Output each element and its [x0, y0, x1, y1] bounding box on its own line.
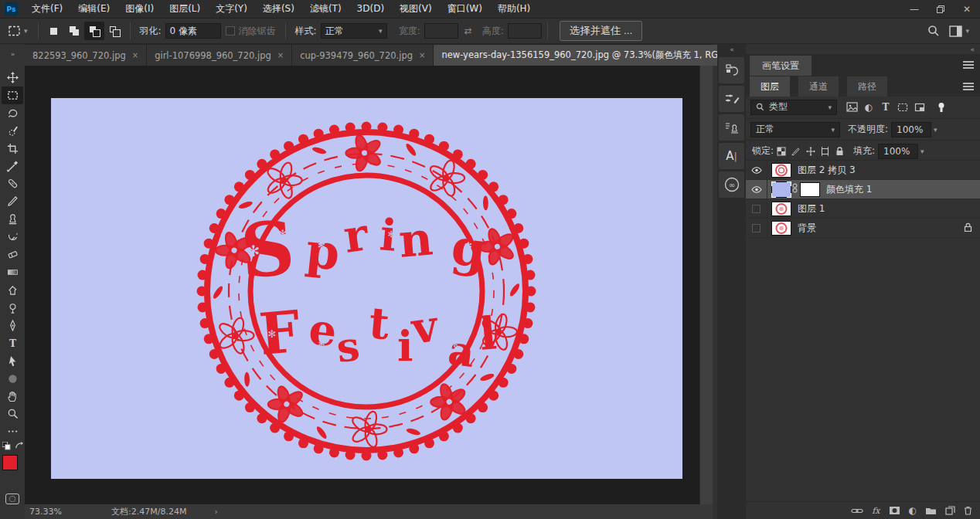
menu-help[interactable]: 帮助(H): [490, 0, 538, 18]
type-tool[interactable]: T: [2, 334, 23, 352]
layer-filter-select[interactable]: 类型 ▾: [750, 100, 837, 115]
blend-mode-select[interactable]: 正常 ▾: [750, 122, 840, 137]
document-tab[interactable]: cup-939479_960_720.jpg×: [292, 45, 434, 66]
document-tab[interactable]: 822593_960_720.jpg×: [25, 45, 147, 66]
hand-tool[interactable]: [2, 388, 23, 405]
panel-menu-icon[interactable]: [963, 61, 974, 69]
lock-position-icon[interactable]: [803, 144, 818, 158]
filter-smart-objects-icon[interactable]: [911, 100, 928, 114]
document-scrollbar[interactable]: [699, 66, 713, 504]
feather-input[interactable]: [165, 23, 221, 39]
intersect-selection-button[interactable]: [104, 22, 124, 40]
new-selection-button[interactable]: [44, 22, 64, 40]
quick-selection-tool[interactable]: [2, 122, 23, 140]
filter-adjustment-layers-icon[interactable]: ◐: [860, 100, 877, 114]
layer-thumbnail[interactable]: [771, 163, 791, 178]
fill-select[interactable]: 100%: [878, 144, 918, 159]
layer-thumbnail[interactable]: [771, 221, 791, 236]
clone-source-panel-button[interactable]: [719, 114, 744, 141]
opacity-select[interactable]: 100%: [891, 122, 931, 137]
lock-image-pixels-icon[interactable]: [788, 144, 803, 158]
visibility-toggle[interactable]: [746, 219, 767, 238]
zoom-level-field[interactable]: [25, 507, 65, 517]
menu-window[interactable]: 窗口(W): [440, 0, 490, 18]
layer-name[interactable]: 背景: [798, 222, 816, 235]
delete-layer-icon[interactable]: [964, 506, 972, 515]
menu-layer[interactable]: 图层(L): [162, 0, 208, 18]
move-tool[interactable]: [2, 69, 23, 86]
visibility-toggle[interactable]: [746, 161, 767, 180]
crop-tool[interactable]: [2, 140, 23, 158]
visibility-toggle[interactable]: [746, 180, 767, 199]
add-to-selection-button[interactable]: [64, 22, 84, 40]
brush-settings-tab[interactable]: 画笔设置: [750, 56, 812, 76]
layer-name[interactable]: 图层 1: [798, 202, 825, 215]
layer-thumbnail[interactable]: [771, 202, 791, 216]
eyedropper-tool[interactable]: [2, 158, 23, 175]
tab-layers[interactable]: 图层: [750, 76, 790, 97]
subtract-from-selection-button[interactable]: [84, 22, 104, 40]
swap-colors-icon[interactable]: [15, 442, 23, 450]
layer-style-icon[interactable]: fx: [872, 506, 880, 516]
menu-filter[interactable]: 滤镜(T): [302, 0, 349, 18]
restore-button[interactable]: [927, 0, 954, 18]
layer-name[interactable]: 颜色填充 1: [826, 183, 872, 196]
filter-toggle-pin[interactable]: [933, 100, 950, 114]
status-options-chevron[interactable]: ›: [214, 507, 217, 517]
layer-row[interactable]: 图层 2 拷贝 3: [746, 161, 980, 180]
brush-tool[interactable]: [2, 192, 23, 210]
dock-collapse-chevrons[interactable]: «: [730, 44, 733, 55]
menu-select[interactable]: 选择(S): [255, 0, 302, 18]
filter-type-layers-icon[interactable]: T: [877, 100, 894, 114]
color-fill-thumbnail[interactable]: [772, 182, 791, 197]
ellipse-shape-tool[interactable]: [2, 370, 23, 388]
layer-row[interactable]: 背景: [746, 219, 980, 238]
quick-mask-button[interactable]: [5, 494, 19, 504]
menu-edit[interactable]: 编辑(E): [70, 0, 117, 18]
visibility-toggle[interactable]: [746, 199, 767, 219]
close-icon[interactable]: ×: [277, 51, 284, 59]
lock-artboard-icon[interactable]: [818, 144, 832, 158]
minimize-button[interactable]: —: [901, 0, 927, 18]
history-panel-button[interactable]: [719, 57, 744, 83]
layer-row[interactable]: 图层 1: [746, 199, 980, 219]
add-mask-icon[interactable]: [889, 506, 900, 515]
history-brush-tool[interactable]: [2, 228, 23, 246]
layer-mask-thumbnail[interactable]: [800, 182, 820, 197]
smudge-tool[interactable]: [2, 281, 23, 299]
lock-transparent-pixels-icon[interactable]: [774, 144, 788, 158]
eraser-tool[interactable]: [2, 246, 23, 263]
foreground-color-swatch[interactable]: [2, 455, 18, 470]
canvas[interactable]: Spring Festival ✻✻✻✻✻✻✻✻: [51, 98, 682, 479]
menu-type[interactable]: 文字(Y): [208, 0, 255, 18]
chevron-down-icon[interactable]: ▾: [934, 126, 937, 134]
lasso-tool[interactable]: [2, 104, 23, 122]
link-layers-icon[interactable]: [851, 507, 863, 514]
layer-name[interactable]: 图层 2 拷贝 3: [798, 164, 856, 177]
swap-dimensions-icon[interactable]: ⇄: [464, 25, 472, 36]
layer-row-selected[interactable]: 颜色填充 1: [746, 180, 980, 199]
filter-shape-layers-icon[interactable]: [894, 100, 911, 114]
chevron-down-icon[interactable]: ▾: [920, 148, 924, 155]
brush-settings-panel-button[interactable]: [719, 86, 744, 112]
new-layer-icon[interactable]: [945, 506, 955, 515]
style-select[interactable]: 正常 ▾: [321, 23, 387, 39]
close-button[interactable]: ✕: [954, 0, 980, 18]
toolbar-collapse-chevrons[interactable]: »: [0, 44, 25, 66]
creative-cloud-button[interactable]: ∞: [719, 171, 744, 198]
panel-collapse-chevrons[interactable]: «: [970, 46, 974, 53]
path-selection-tool[interactable]: [2, 352, 23, 370]
workspace-switcher[interactable]: ▾: [949, 25, 969, 37]
document-tab[interactable]: girl-1076998_960_720.jpg×: [147, 45, 292, 66]
spot-healing-brush-tool[interactable]: [2, 175, 23, 193]
menu-view[interactable]: 视图(V): [392, 0, 440, 18]
dodge-tool[interactable]: [2, 299, 23, 317]
adjustment-layer-icon[interactable]: ◐: [909, 505, 917, 516]
menu-3d[interactable]: 3D(D): [349, 0, 392, 18]
zoom-tool[interactable]: [2, 405, 23, 423]
gradient-tool[interactable]: [2, 263, 23, 281]
tab-paths[interactable]: 路径: [847, 76, 887, 97]
clone-stamp-tool[interactable]: [2, 210, 23, 228]
select-and-mask-button[interactable]: 选择并遮住 ...: [560, 21, 642, 41]
current-tool-preset[interactable]: ▾: [0, 25, 32, 37]
